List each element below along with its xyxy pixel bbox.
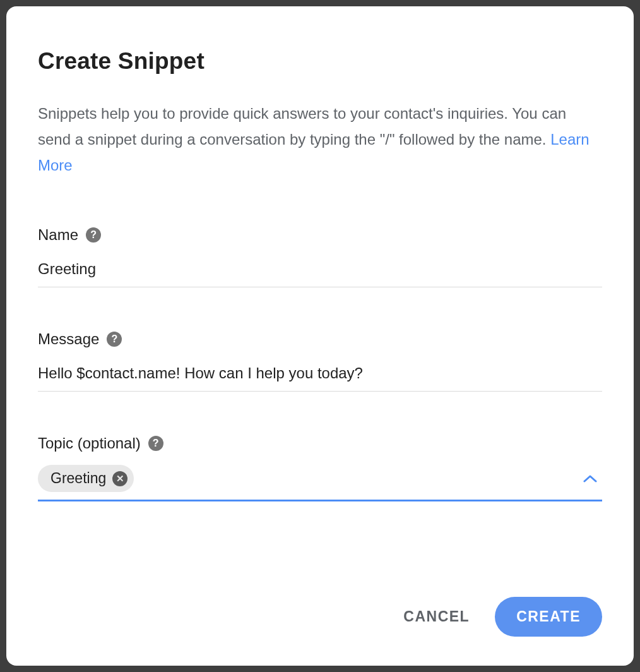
topic-chip-label: Greeting [50,470,106,487]
message-label-row: Message ? [38,330,602,348]
modal-title: Create Snippet [38,48,602,75]
modal-description-text: Snippets help you to provide quick answe… [38,105,566,148]
modal-description: Snippets help you to provide quick answe… [38,101,602,178]
topic-input[interactable]: Greeting ✕ [38,465,602,501]
topic-label-row: Topic (optional) ? [38,435,602,452]
close-icon[interactable]: ✕ [112,471,127,486]
message-label: Message [38,330,99,348]
help-icon[interactable]: ? [86,227,101,243]
topic-chip: Greeting ✕ [38,465,134,492]
modal-footer: CANCEL CREATE [38,597,602,637]
topic-label: Topic (optional) [38,435,141,452]
cancel-button[interactable]: CANCEL [403,608,470,625]
help-icon[interactable]: ? [107,332,122,347]
topic-field-group: Topic (optional) ? Greeting ✕ [38,435,602,501]
chevron-up-icon[interactable] [578,472,602,486]
create-snippet-modal: Create Snippet Snippets help you to prov… [6,6,634,666]
name-label-row: Name ? [38,226,602,244]
name-field-group: Name ? [38,226,602,287]
name-input[interactable] [38,256,602,287]
help-icon[interactable]: ? [148,436,163,451]
message-input[interactable] [38,361,602,392]
create-button[interactable]: CREATE [495,597,602,637]
name-label: Name [38,226,78,244]
message-field-group: Message ? [38,330,602,392]
